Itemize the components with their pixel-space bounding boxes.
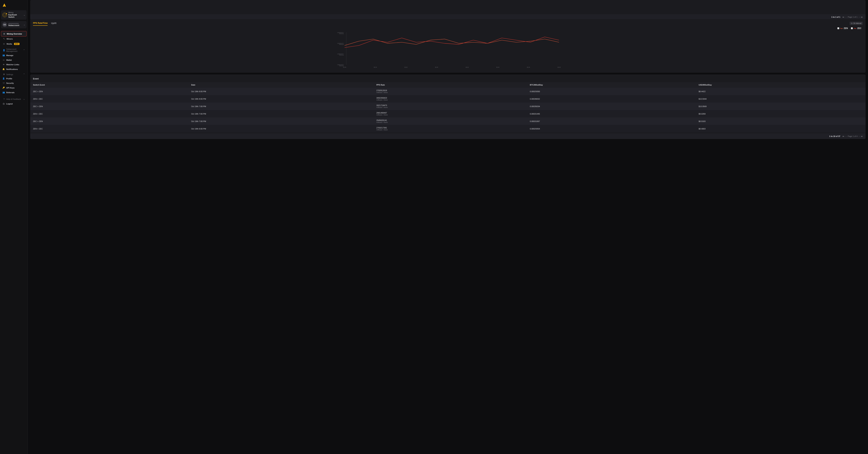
nav-media[interactable]: ◎ Media NEW! <box>1 41 27 46</box>
nav-wallet[interactable]: ▭ Wallet <box>1 58 27 62</box>
pager-next[interactable]: › <box>859 135 860 137</box>
nav-manage[interactable]: 👥 Manage <box>1 53 27 58</box>
pager-first[interactable]: ⏮ <box>842 16 844 18</box>
pager-prev[interactable]: ‹ <box>846 16 846 18</box>
chart-panel: PPS Rate/Time Uplift ◷ 1h Interval ✓ ZEN… <box>30 19 866 73</box>
cell-pps: 2782812618millisats / share <box>374 88 527 95</box>
cell-btc: 0.00031067 <box>527 118 696 125</box>
nav-miners[interactable]: ⛏ Miners <box>1 36 27 41</box>
cell-usd: $10.5944 <box>696 95 866 103</box>
wallet-icon: ▭ <box>2 59 5 61</box>
nav-api-keys[interactable]: 🔑 API Keys <box>1 86 27 90</box>
nav-notifications[interactable]: 🔔 Notifications <box>1 67 27 71</box>
svg-text:MSol/Day: MSol/Day <box>339 65 344 66</box>
nav-logout[interactable]: ⏻ Logout <box>1 101 27 106</box>
pager-prev[interactable]: ‹ <box>846 135 846 137</box>
cell-switch: ZEN > ZEC <box>30 110 188 118</box>
cell-btc: 0.00035034 <box>527 103 696 110</box>
pager-top-range: 1 to 1 of 1 <box>831 16 840 18</box>
cell-switch: ZEC > ZEN <box>30 88 188 95</box>
svg-text:10-19: 10-19 <box>527 67 530 68</box>
svg-text:MSol/Day: MSol/Day <box>339 44 344 45</box>
cell-date: Oct 19th 7:00 PM <box>188 103 374 110</box>
table-row: ZEN > ZECOct 19th 8:00 PM3492265823milli… <box>30 95 866 103</box>
cell-usd: $9.0269 <box>696 110 866 118</box>
tab-pps-rate[interactable]: PPS Rate/Time <box>33 21 48 26</box>
cell-date: Oct 19th 7:00 PM <box>188 118 374 125</box>
avatar: HA <box>2 22 7 27</box>
svg-text:10-19: 10-19 <box>374 67 377 68</box>
nav-watcher-links[interactable]: 👁 Watcher Links <box>1 62 27 67</box>
cell-date: Oct 19th 8:00 PM <box>188 95 374 103</box>
nav-security[interactable]: 🛡 Security <box>1 81 27 86</box>
clock-icon: ◷ <box>851 22 852 24</box>
top-panel: 1 to 1 of 1 ⏮ ‹ Page 1 of 1 › ⏭ <box>30 0 866 18</box>
section-settings[interactable]: ⚙ Settings ⌃ <box>1 71 27 76</box>
chevron-up-icon: ⌃ <box>23 73 25 75</box>
chevron-down-icon: ⌄ <box>23 98 25 100</box>
cell-usd: $10.0569 <box>696 103 866 110</box>
main: 1 to 1 of 1 ⏮ ‹ Page 1 of 1 › ⏭ PPS Rate… <box>28 0 868 454</box>
user-icon: 👤 <box>3 49 5 52</box>
users-icon: 👥 <box>2 54 5 56</box>
cell-pps: 2981498497millisats / share <box>374 110 527 118</box>
mining-selector-label: Mining <box>8 12 22 14</box>
cell-usd: $8.4003 <box>696 125 866 132</box>
legend-zen[interactable]: ✓ ZEN <box>837 27 848 30</box>
tab-uplift[interactable]: Uplift <box>51 21 56 26</box>
logo-icon <box>2 3 6 7</box>
cell-btc: 0.00031445 <box>527 110 696 118</box>
switch-icon <box>2 13 7 17</box>
cell-switch: ZEC > ZEN <box>30 103 188 110</box>
series-zec-icon <box>854 27 856 29</box>
cell-pps: 3321719473millisats / share <box>374 103 527 110</box>
bell-icon: 🔔 <box>2 68 5 70</box>
pager-last[interactable]: ⏭ <box>861 135 863 137</box>
grid-icon: ▦ <box>3 33 5 35</box>
series-zen-icon <box>840 27 843 29</box>
col-date: Date <box>188 82 374 88</box>
svg-text:10-19: 10-19 <box>496 67 499 68</box>
col-btc: BTC/MSol/Day <box>527 82 696 88</box>
section-subaccount-mgmt[interactable]: 👤 Subaccount Management ⌃ <box>1 46 27 53</box>
cell-switch: ZEN > ZEC <box>30 125 188 132</box>
pager-last[interactable]: ⏭ <box>861 16 863 18</box>
svg-text:MSol/Day: MSol/Day <box>339 55 344 56</box>
profile-icon: 👤 <box>2 77 5 80</box>
chevron-up-icon: ⌃ <box>23 49 25 52</box>
cell-date: Oct 19th 6:00 PM <box>188 125 374 132</box>
table-header-row: Switch Event Date PPS Rate BTC/MSol/Day … <box>30 82 866 88</box>
nav-referrals[interactable]: 👥 Referrals <box>1 90 27 95</box>
cell-pps: 2783217391millisats / share <box>374 125 527 132</box>
nav-profile[interactable]: 👤 Profile <box>1 76 27 81</box>
pager-first[interactable]: ⏮ <box>842 135 844 137</box>
pager-next[interactable]: › <box>859 16 860 18</box>
new-badge: NEW! <box>14 43 20 45</box>
logo <box>1 1 27 10</box>
event-table: Switch Event Date PPS Rate BTC/MSol/Day … <box>30 82 866 132</box>
broadcast-icon: ◎ <box>3 43 5 45</box>
nav-mining-overview[interactable]: ▦ Mining Overview <box>1 31 27 36</box>
interval-button[interactable]: ◷ 1h Interval <box>849 22 863 25</box>
shield-icon: 🛡 <box>2 82 5 84</box>
svg-text:10-19: 10-19 <box>557 67 561 68</box>
nav-help[interactable]: ? Help & Feedback ⌄ <box>1 96 27 101</box>
cell-pps: 3492265823millisats / share <box>374 95 527 103</box>
cell-usd: $8.4422 <box>696 88 866 95</box>
svg-text:10-19: 10-19 <box>466 67 469 68</box>
account-selector[interactable]: HA Subaccount ⌄ <box>1 21 27 28</box>
help-icon: ? <box>3 98 5 100</box>
chevron-down-icon: ⌄ <box>24 14 25 16</box>
svg-text:10-19: 10-19 <box>435 67 438 68</box>
event-title: Event <box>30 75 866 82</box>
table-row: ZEN > ZECOct 19th 6:00 PM2783217391milli… <box>30 125 866 132</box>
sidebar: Mining Equihash Switch ⌄ HA Subaccount ⌄… <box>0 0 28 454</box>
cell-btc: 0.00036832 <box>527 95 696 103</box>
pager-bottom-range: 1 to 10 of 37 <box>829 135 840 137</box>
chevron-down-icon: ⌄ <box>24 24 25 26</box>
mining-selector[interactable]: Mining Equihash Switch ⌄ <box>1 10 27 20</box>
eye-icon: 👁 <box>2 64 5 66</box>
check-icon: ✓ <box>851 27 853 29</box>
col-pps: PPS Rate <box>374 82 527 88</box>
legend-zec[interactable]: ✓ ZEC <box>851 27 861 30</box>
